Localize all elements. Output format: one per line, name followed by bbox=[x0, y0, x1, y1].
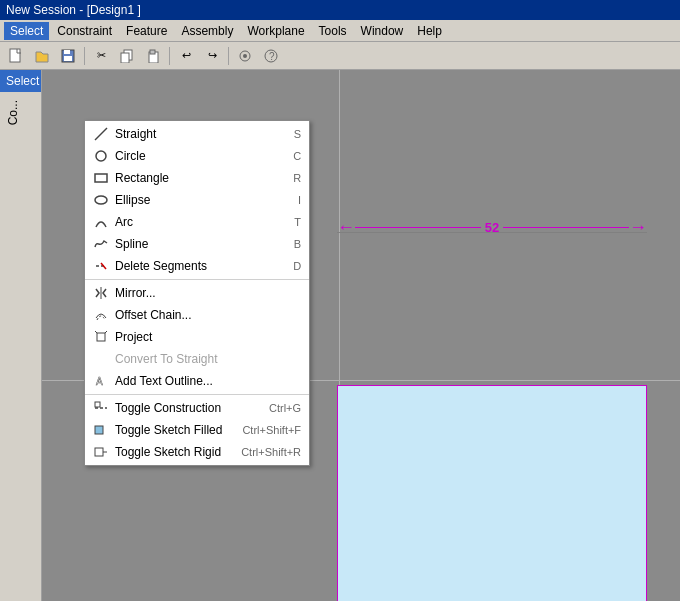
svg-rect-25 bbox=[95, 426, 103, 434]
select-button[interactable]: Select bbox=[0, 70, 41, 92]
dimension-annotation: ← 52 → bbox=[337, 218, 647, 236]
svg-point-9 bbox=[243, 54, 247, 58]
dim-line bbox=[355, 227, 481, 228]
line-icon bbox=[93, 126, 109, 142]
menu-assembly[interactable]: Assembly bbox=[175, 22, 239, 40]
menu-item-straight[interactable]: Straight S bbox=[85, 123, 309, 145]
menu-item-convert[interactable]: Convert To Straight bbox=[85, 348, 309, 370]
toggle-rigid-icon bbox=[93, 444, 109, 460]
svg-rect-7 bbox=[150, 50, 155, 54]
sep3 bbox=[228, 47, 229, 65]
svg-line-20 bbox=[95, 331, 97, 333]
menu-item-ellipse[interactable]: Ellipse I bbox=[85, 189, 309, 211]
dim-line-2 bbox=[503, 227, 629, 228]
offset-icon bbox=[93, 307, 109, 323]
menu-select[interactable]: Select bbox=[4, 22, 49, 40]
line-dropdown-menu: Straight S Circle C bbox=[84, 120, 310, 466]
project-icon bbox=[93, 329, 109, 345]
ellipse-icon bbox=[93, 192, 109, 208]
sep2 bbox=[169, 47, 170, 65]
mirror-icon bbox=[93, 285, 109, 301]
menu-item-rectangle[interactable]: Rectangle R bbox=[85, 167, 309, 189]
sep1 bbox=[84, 47, 85, 65]
menu-feature[interactable]: Feature bbox=[120, 22, 173, 40]
text-outline-icon: A bbox=[93, 373, 109, 389]
co-tab[interactable]: Co... bbox=[0, 96, 41, 129]
menu-item-circle[interactable]: Circle C bbox=[85, 145, 309, 167]
menu-help[interactable]: Help bbox=[411, 22, 448, 40]
menu-item-toggle-filled[interactable]: Toggle Sketch Filled Ctrl+Shift+F bbox=[85, 419, 309, 441]
svg-line-12 bbox=[95, 128, 107, 140]
canvas-area: ← 52 → Straight S bbox=[42, 70, 680, 601]
svg-point-15 bbox=[95, 196, 107, 204]
sep-1 bbox=[85, 279, 309, 280]
menu-item-toggle-construction[interactable]: Toggle Construction Ctrl+G bbox=[85, 397, 309, 419]
snap-button[interactable] bbox=[233, 45, 257, 67]
menu-bar: Select Constraint Feature Assembly Workp… bbox=[0, 20, 680, 42]
left-sidebar: Select Co... bbox=[0, 70, 42, 601]
menu-item-spline[interactable]: Spline B bbox=[85, 233, 309, 255]
menu-item-toggle-rigid[interactable]: Toggle Sketch Rigid Ctrl+Shift+R bbox=[85, 441, 309, 463]
menu-constraint[interactable]: Constraint bbox=[51, 22, 118, 40]
rect-icon bbox=[93, 170, 109, 186]
svg-text:A: A bbox=[96, 376, 103, 387]
menu-item-mirror[interactable]: Mirror... bbox=[85, 282, 309, 304]
menu-item-project[interactable]: Project bbox=[85, 326, 309, 348]
arc-icon bbox=[93, 214, 109, 230]
copy-button[interactable] bbox=[115, 45, 139, 67]
svg-rect-26 bbox=[95, 448, 103, 456]
svg-text:?: ? bbox=[269, 51, 275, 62]
svg-point-13 bbox=[96, 151, 106, 161]
menu-item-arc[interactable]: Arc T bbox=[85, 211, 309, 233]
open-button[interactable] bbox=[30, 45, 54, 67]
dim-arrow-right: → bbox=[629, 218, 647, 236]
redo-button[interactable]: ↪ bbox=[200, 45, 224, 67]
title-bar: New Session - [Design1 ] bbox=[0, 0, 680, 20]
paste-button[interactable] bbox=[141, 45, 165, 67]
svg-rect-19 bbox=[97, 333, 105, 341]
menu-item-delete-segments[interactable]: Delete Segments D bbox=[85, 255, 309, 277]
help-button[interactable]: ? bbox=[259, 45, 283, 67]
menu-item-add-text[interactable]: A Add Text Outline... bbox=[85, 370, 309, 392]
main-area: Select Co... ← 52 → bbox=[0, 70, 680, 601]
new-button[interactable] bbox=[4, 45, 28, 67]
menu-workplane[interactable]: Workplane bbox=[241, 22, 310, 40]
save-button[interactable] bbox=[56, 45, 80, 67]
menu-item-offset-chain[interactable]: Offset Chain... bbox=[85, 304, 309, 326]
toolbar: ✂ ↩ ↪ ? bbox=[0, 42, 680, 70]
svg-rect-2 bbox=[64, 50, 70, 54]
svg-line-21 bbox=[105, 331, 107, 333]
menu-window[interactable]: Window bbox=[355, 22, 410, 40]
sep-2 bbox=[85, 394, 309, 395]
menu-tools[interactable]: Tools bbox=[313, 22, 353, 40]
delete-segments-icon bbox=[93, 258, 109, 274]
svg-rect-5 bbox=[121, 53, 129, 63]
top-border-line bbox=[337, 232, 647, 233]
title-text: New Session - [Design1 ] bbox=[6, 3, 141, 17]
undo-button[interactable]: ↩ bbox=[174, 45, 198, 67]
svg-rect-3 bbox=[64, 56, 72, 61]
spline-icon bbox=[93, 236, 109, 252]
svg-rect-0 bbox=[10, 49, 20, 62]
toggle-construction-icon bbox=[93, 400, 109, 416]
toggle-filled-icon bbox=[93, 422, 109, 438]
sketch-rectangle bbox=[337, 385, 647, 601]
svg-rect-24 bbox=[95, 402, 100, 407]
convert-icon bbox=[93, 351, 109, 367]
dim-arrow-left: ← bbox=[337, 218, 355, 236]
circle-icon bbox=[93, 148, 109, 164]
cut-button[interactable]: ✂ bbox=[89, 45, 113, 67]
svg-rect-14 bbox=[95, 174, 107, 182]
